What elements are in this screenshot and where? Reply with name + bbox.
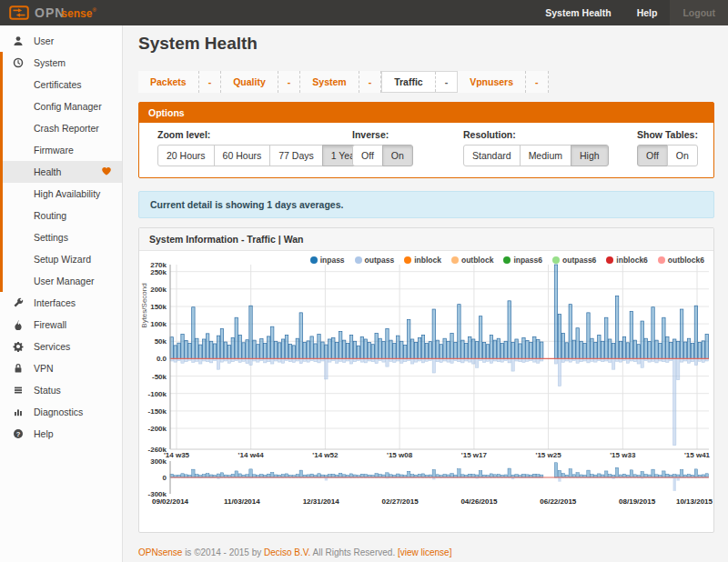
main-content: System Health Packets-Quality-System-Tra… [124, 25, 728, 562]
sidebar-item-health[interactable]: Health [3, 161, 122, 183]
button-group: StandardMediumHigh [463, 145, 609, 166]
sidebar-item-label: Health [34, 166, 61, 177]
legend-dot-outpass [355, 256, 362, 264]
tab-vpnusers: Vpnusers- [458, 71, 548, 93]
legend-label: inpass6 [513, 256, 542, 265]
gear-icon [12, 341, 25, 352]
legend-item-outpass[interactable]: outpass [355, 256, 395, 265]
sidebar-item-interfaces[interactable]: Interfaces [0, 292, 122, 314]
sidebar-item-help[interactable]: ?Help [0, 423, 122, 445]
options-panel-header: Options [139, 103, 713, 123]
option-button-standard[interactable]: Standard [463, 145, 521, 166]
legend-item-inpass6[interactable]: inpass6 [503, 256, 542, 265]
sidebar-section-system: SystemCertificatesConfig ManagerCrash Re… [0, 52, 122, 292]
sidebar-item-high-availability[interactable]: High Availability [3, 183, 122, 205]
traffic-chart[interactable]: 270k250k200k150k100k50k0.0-50k-100k-150k… [139, 252, 713, 532]
footer-license-link[interactable]: [view license] [398, 547, 451, 557]
sidebar-item-firmware[interactable]: Firmware [3, 139, 122, 161]
legend-item-outblock[interactable]: outblock [451, 256, 493, 265]
option-group-label: Resolution: [463, 129, 609, 140]
opnsense-logo[interactable]: OPNsense® [9, 5, 96, 21]
option-button-on[interactable]: On [382, 145, 413, 166]
svg-text:-50k: -50k [152, 373, 167, 381]
legend-item-outblock6[interactable]: outblock6 [658, 256, 704, 265]
sidebar-nav: UserSystemCertificatesConfig ManagerCras… [0, 25, 123, 562]
option-button-off[interactable]: Off [637, 145, 668, 166]
clock-icon [12, 57, 25, 68]
tab-system-dropdown[interactable]: - [359, 71, 382, 93]
sidebar-item-diagnostics[interactable]: Diagnostics [0, 401, 122, 423]
topbar-link-help[interactable]: Help [624, 0, 671, 25]
tab-system-label[interactable]: System [300, 71, 359, 93]
sidebar-item-label: Setup Wizard [34, 254, 91, 265]
legend-dot-inpass6 [503, 256, 511, 264]
option-button-77-days[interactable]: 77 Days [269, 145, 323, 166]
svg-text:'15 w08: '15 w08 [387, 451, 413, 459]
svg-text:09/02/2014: 09/02/2014 [152, 497, 189, 506]
footer-brand-link[interactable]: OPNsense [138, 547, 182, 557]
sidebar-item-crash-reporter[interactable]: Crash Reporter [3, 117, 122, 139]
legend-dot-inpass [310, 256, 318, 264]
sidebar-item-firewall[interactable]: Firewall [0, 314, 122, 336]
svg-text:-200k: -200k [148, 425, 167, 433]
sidebar-item-routing[interactable]: Routing [3, 205, 122, 226]
sidebar-item-label: Config Manager [34, 101, 102, 112]
legend-dot-outpass6 [552, 256, 560, 264]
legend-label: outblock [461, 256, 493, 265]
sidebar-item-label: Help [34, 428, 54, 439]
sidebar-item-vpn[interactable]: VPN [0, 357, 122, 379]
svg-text:250k: 250k [150, 268, 167, 276]
option-group-show-tables-: Show Tables:OffOn [637, 129, 698, 166]
traffic-panel-title: System Information - Traffic | Wan [139, 228, 713, 251]
tab-quality-dropdown[interactable]: - [278, 71, 301, 93]
info-alert: Current detail is showing 1 days average… [138, 191, 714, 218]
options-panel-body: Zoom level:20 Hours60 Hours77 Days1 Year… [139, 123, 713, 177]
tab-traffic-label[interactable]: Traffic [382, 72, 436, 92]
tab-vpnusers-label[interactable]: Vpnusers [458, 71, 526, 93]
traffic-chart-svg[interactable]: 270k250k200k150k100k50k0.0-50k-100k-150k… [139, 252, 713, 532]
footer-company-link[interactable]: Deciso B.V. [264, 547, 310, 557]
svg-text:-100k: -100k [148, 390, 167, 398]
legend-item-inblock[interactable]: inblock [404, 256, 441, 265]
option-button-60-hours[interactable]: 60 Hours [214, 145, 271, 166]
option-button-off[interactable]: Off [352, 145, 383, 166]
sidebar-item-certificates[interactable]: Certificates [3, 74, 122, 95]
footer-text-2: All Rights Reserved. [310, 547, 398, 557]
sidebar-item-label: Services [34, 341, 70, 352]
opnsense-screen: OPNsense® System HealthHelpLogout UserSy… [0, 0, 728, 562]
sidebar-item-status[interactable]: Status [0, 379, 122, 401]
sidebar-item-settings[interactable]: Settings [3, 226, 122, 248]
sidebar-item-config-manager[interactable]: Config Manager [3, 95, 122, 117]
legend-item-inpass[interactable]: inpass [310, 256, 345, 265]
sidebar-item-label: Diagnostics [34, 406, 83, 417]
legend-dot-inblock [404, 256, 411, 264]
option-button-20-hours[interactable]: 20 Hours [157, 145, 215, 166]
tab-packets-dropdown[interactable]: - [199, 71, 222, 93]
sidebar-item-label: Firewall [34, 319, 66, 330]
option-button-high[interactable]: High [571, 145, 609, 166]
sidebar-item-setup-wizard[interactable]: Setup Wizard [3, 248, 122, 270]
svg-text:100k: 100k [150, 320, 167, 328]
tab-packets-label[interactable]: Packets [138, 71, 199, 93]
tab-vpnusers-dropdown[interactable]: - [526, 71, 549, 93]
chart-legend: inpassoutpassinblockoutblockinpass6outpa… [310, 256, 704, 265]
tab-traffic-dropdown[interactable]: - [436, 72, 458, 92]
sidebar-item-user-manager[interactable]: User Manager [3, 270, 122, 292]
tab-traffic: Traffic- [381, 71, 458, 93]
sidebar-item-user[interactable]: User [0, 30, 122, 52]
legend-item-inblock6[interactable]: inblock6 [606, 256, 647, 265]
tab-quality-label[interactable]: Quality [221, 71, 278, 93]
sidebar-item-services[interactable]: Services [0, 336, 122, 357]
legend-label: outpass6 [562, 256, 596, 265]
svg-text:'15 w25: '15 w25 [536, 451, 562, 459]
topbar-link-system-health[interactable]: System Health [532, 0, 623, 25]
option-button-on[interactable]: On [667, 145, 698, 166]
topbar-link-logout[interactable]: Logout [670, 0, 728, 25]
sidebar-item-system[interactable]: System [3, 52, 122, 74]
svg-text:12/31/2014: 12/31/2014 [303, 497, 340, 506]
question-icon: ? [12, 428, 25, 439]
button-group: OffOn [637, 145, 698, 166]
option-button-medium[interactable]: Medium [520, 145, 571, 166]
legend-item-outpass6[interactable]: outpass6 [552, 256, 596, 265]
options-panel: Options Zoom level:20 Hours60 Hours77 Da… [138, 102, 714, 178]
